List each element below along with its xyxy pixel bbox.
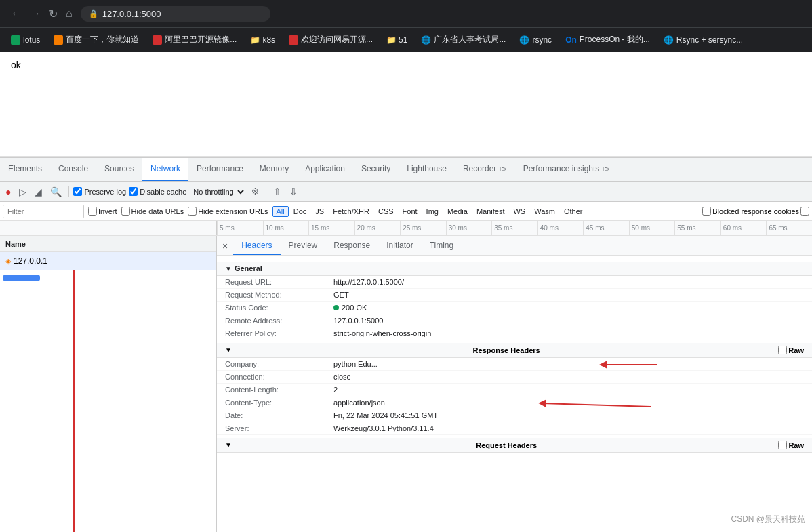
filter-toggle-button[interactable]: ◢ [32,185,45,199]
details-close-button[interactable]: × [217,238,233,254]
network-list-item[interactable]: ◈ 127.0.0.1 [0,252,216,270]
bookmark-k8s[interactable]: 📁 k8s [245,33,281,47]
address-text: 127.0.0.1:5000 [102,9,161,19]
browser-chrome: ← → ↻ ⌂ 🔒 127.0.0.1:5000 [0,0,812,27]
tick-40ms: 40 ms [537,221,584,235]
response-headers-title[interactable]: ▼ Response Headers Raw [217,343,812,358]
details-tab-response[interactable]: Response [325,236,378,255]
back-button[interactable]: ← [8,5,24,22]
network-request-list: Name ◈ 127.0.0.1 [0,236,217,532]
raw-input[interactable] [778,346,787,354]
bookmark-aliyun[interactable]: 阿里巴巴开源镜像... [147,31,242,48]
csdn-watermark: CSDN @景天科技苑 [731,514,805,525]
bookmark-wangyi[interactable]: 欢迎访问网易开源... [283,31,378,48]
tab-sources[interactable]: Sources [96,158,142,181]
bookmark-icon-lotus [11,35,20,45]
bookmark-rsync[interactable]: 🌐 rsync [514,33,557,47]
resp-header-server: Server: Werkzeug/3.0.1 Python/3.11.4 [217,422,812,435]
details-tab-headers[interactable]: Headers [233,236,280,255]
tick-15ms: 15 ms [308,221,354,235]
preserve-log-input[interactable] [73,187,82,196]
disable-cache-input[interactable] [129,187,138,196]
general-section-header[interactable]: ▼ General [217,262,812,276]
resp-header-connection: Connection: close [217,371,812,384]
bookmark-icon-guangdong: 🌐 [421,35,431,45]
request-headers-arrow: ▼ [225,441,232,449]
blocked-cookies-input[interactable] [702,207,711,216]
filter-font[interactable]: Font [399,206,422,217]
throttle-select-wrap: No throttling [189,186,246,197]
reload-button[interactable]: ↻ [46,5,60,23]
request-headers-title[interactable]: ▼ Request Headers Raw [217,438,812,453]
req-raw-input[interactable] [778,441,787,449]
bookmark-processon[interactable]: On ProcessOn - 我的... [560,31,655,48]
hide-extension-urls-input[interactable] [188,207,197,216]
request-headers-section: ▼ Request Headers Raw [217,438,812,453]
filter-other[interactable]: Other [560,206,587,217]
tab-elements[interactable]: Elements [0,158,50,181]
bookmark-lotus[interactable]: lotus [5,33,45,47]
details-tab-preview[interactable]: Preview [281,236,326,255]
details-panel: × Headers Preview Response Initiator Tim… [217,236,812,532]
throttle-select[interactable]: No throttling [189,186,246,197]
filter-type-buttons: All Doc JS Fetch/XHR CSS Font Img Media … [272,206,587,217]
bookmark-rsync2[interactable]: 🌐 Rsync + sersync... [658,33,748,47]
filter-fetch-xhr[interactable]: Fetch/XHR [329,206,373,217]
filter-row: Invert Hide data URLs Hide extension URL… [0,202,812,221]
waterfall-red-line [73,270,75,532]
hide-extension-urls-checkbox[interactable]: Hide extension URLs [188,207,268,216]
tick-20ms: 20 ms [354,221,401,235]
export-button[interactable]: ⇩ [287,185,300,199]
bookmark-guangdong[interactable]: 🌐 广东省人事考试局... [415,31,511,48]
tab-performance[interactable]: Performance [188,158,251,181]
filter-all[interactable]: All [272,206,289,217]
tab-network[interactable]: Network [142,158,188,181]
req-raw-checkbox[interactable]: Raw [778,441,804,449]
toolbar-separator [68,186,69,197]
filter-ws[interactable]: WS [509,206,529,217]
page-content: ok [0,52,812,157]
svg-line-1 [542,403,651,407]
filter-manifest[interactable]: Manifest [472,206,509,217]
list-item-name-cell: ◈ 127.0.0.1 [0,256,216,266]
blocked-cookies-checkbox[interactable]: Blocked response cookies [702,207,809,216]
details-tab-timing[interactable]: Timing [422,236,462,255]
tab-application[interactable]: Application [297,158,353,181]
clear-button[interactable]: ▷ [16,185,29,199]
hide-data-urls-input[interactable] [121,207,130,216]
filter-js[interactable]: JS [311,206,328,217]
preserve-log-checkbox[interactable]: Preserve log [73,187,126,196]
detail-request-url: Request URL: http://127.0.0.1:5000/ [217,276,812,289]
invert-input[interactable] [88,207,97,216]
forward-button[interactable]: → [27,5,43,22]
network-split: Name ◈ 127.0.0.1 × Headers [0,236,812,532]
bookmark-icon-aliyun [153,35,162,45]
raw-checkbox[interactable]: Raw [778,346,804,354]
filter-wasm[interactable]: Wasm [530,206,559,217]
home-button[interactable]: ⌂ [63,5,75,22]
search-button[interactable]: 🔍 [47,185,64,199]
filter-input[interactable] [3,205,84,218]
tab-perf-insights[interactable]: Performance insights ⌲ [515,158,618,181]
record-button[interactable]: ● [3,185,14,199]
bookmark-icon-processon: On [565,35,577,45]
filter-media[interactable]: Media [443,206,472,217]
tab-console[interactable]: Console [50,158,96,181]
tab-memory[interactable]: Memory [251,158,297,181]
filter-img[interactable]: Img [422,206,443,217]
bookmark-baidu[interactable]: 百度一下，你就知道 [48,31,144,48]
disable-cache-checkbox[interactable]: Disable cache [129,187,186,196]
address-bar[interactable]: 🔒 127.0.0.1:5000 [81,6,270,22]
filter-doc[interactable]: Doc [289,206,311,217]
tab-security[interactable]: Security [353,158,399,181]
tab-lighthouse[interactable]: Lighthouse [399,158,455,181]
details-tab-initiator[interactable]: Initiator [378,236,421,255]
tick-5ms: 5 ms [217,221,263,235]
invert-checkbox[interactable]: Invert [88,207,117,216]
bookmark-51[interactable]: 📁 51 [381,33,413,47]
import-button[interactable]: ⇧ [270,185,284,199]
filter-css[interactable]: CSS [374,206,398,217]
hide-data-urls-checkbox[interactable]: Hide data URLs [121,207,184,216]
tab-recorder[interactable]: Recorder ⌲ [455,158,515,181]
blocked-cookies-input-2[interactable] [800,207,809,216]
